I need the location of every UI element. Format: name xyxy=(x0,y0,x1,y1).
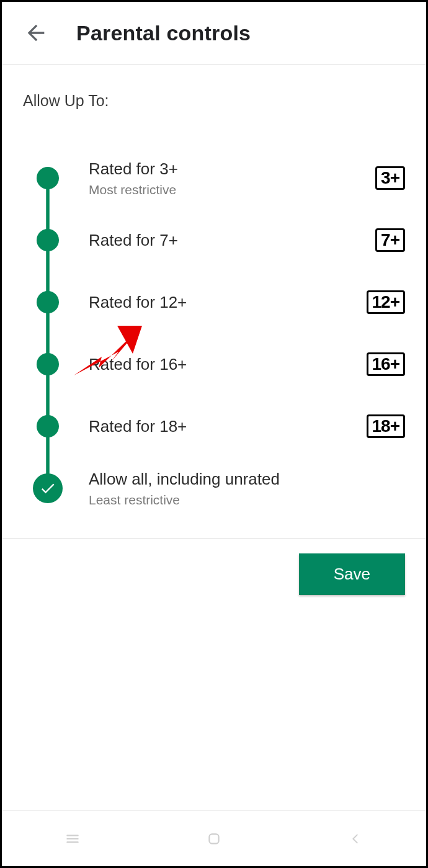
save-area: Save xyxy=(2,538,426,610)
section-label: Allow Up To: xyxy=(23,92,405,110)
system-nav-bar xyxy=(2,810,426,866)
rating-sublabel: Least restrictive xyxy=(89,493,355,508)
arrow-left-icon xyxy=(24,20,48,45)
rating-option-12plus[interactable]: Rated for 12+ 12+ xyxy=(29,271,405,333)
rating-option-3plus[interactable]: Rated for 3+ Most restrictive 3+ xyxy=(29,147,405,209)
rating-badge-16plus: 16+ xyxy=(367,352,406,376)
save-button[interactable]: Save xyxy=(299,553,405,595)
rating-label: Rated for 16+ xyxy=(89,355,355,374)
radio-dot[interactable] xyxy=(37,415,59,437)
svg-rect-2 xyxy=(209,834,218,843)
nav-home-button[interactable] xyxy=(203,828,225,849)
rating-label: Allow all, including unrated xyxy=(89,470,355,489)
back-button[interactable] xyxy=(14,11,58,55)
radio-dot[interactable] xyxy=(37,353,59,375)
radio-dot-selected[interactable] xyxy=(33,473,63,503)
content-area: Allow Up To: Rated for 3+ Most restricti… xyxy=(2,65,426,519)
rating-ladder: Rated for 3+ Most restrictive 3+ Rated f… xyxy=(29,147,405,519)
rating-badge-3plus: 3+ xyxy=(375,166,405,190)
rating-label: Rated for 12+ xyxy=(89,293,355,312)
rating-badge-18plus: 18+ xyxy=(367,414,406,438)
rating-option-16plus[interactable]: Rated for 16+ 16+ xyxy=(29,333,405,395)
radio-dot[interactable] xyxy=(37,229,59,251)
rating-label: Rated for 18+ xyxy=(89,417,355,436)
rating-label: Rated for 7+ xyxy=(89,231,355,250)
rating-sublabel: Most restrictive xyxy=(89,182,355,197)
page-title: Parental controls xyxy=(76,21,251,45)
radio-dot[interactable] xyxy=(37,291,59,313)
rating-option-7plus[interactable]: Rated for 7+ 7+ xyxy=(29,209,405,271)
rating-badge-7plus: 7+ xyxy=(375,228,405,252)
radio-dot[interactable] xyxy=(37,167,59,189)
header: Parental controls xyxy=(2,2,426,64)
rating-option-18plus[interactable]: Rated for 18+ 18+ xyxy=(29,395,405,457)
rating-badge-12plus: 12+ xyxy=(367,290,406,314)
check-icon xyxy=(39,480,56,497)
nav-recent-button[interactable] xyxy=(62,828,83,849)
rating-label: Rated for 3+ xyxy=(89,159,355,179)
rating-option-allow-all[interactable]: Allow all, including unrated Least restr… xyxy=(29,457,405,519)
nav-back-button[interactable] xyxy=(345,828,366,849)
